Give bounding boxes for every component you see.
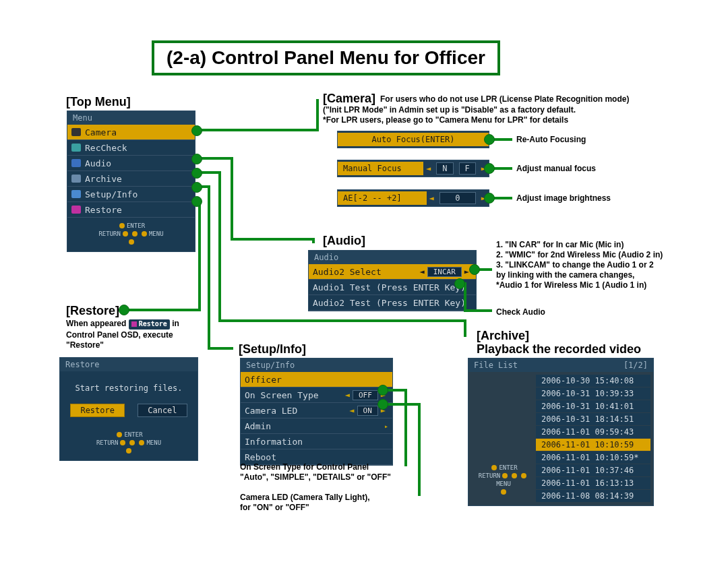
nav-hint: ENTER RETURNMENU: [67, 218, 195, 251]
audio-panel: Audio Audio2 Select◄ INCAR► Audio1 Test …: [308, 250, 477, 311]
audio-header: Audio: [309, 251, 476, 264]
restore-panel: Restore Start restoring files. Restore C…: [59, 357, 198, 461]
audio-note-3: 3. "LINKCAM" to change the Audio 1 or 2: [496, 260, 654, 270]
setup-note-4: for "ON" or "OFF": [240, 503, 309, 513]
archive-subtitle: Playback the recorded video: [477, 342, 641, 356]
file-row[interactable]: 2006-10-31 10:41:01: [536, 400, 650, 412]
archive-header: File List[1/2]: [468, 358, 653, 372]
menu-item-archive[interactable]: Archive: [67, 171, 195, 187]
setup-item-camera-led[interactable]: Camera LED◄ON►: [241, 403, 392, 418]
audio-check-label: Check Audio: [496, 307, 545, 317]
restore-tag: Restore: [129, 319, 170, 330]
audio-note-1: 1. "IN CAR" for In car Mic (Mic in): [496, 240, 624, 250]
page-title: (2-a) Control Panel Menu for Officer: [152, 40, 500, 75]
audio-test-2[interactable]: Audio2 Test (Press ENTER Key): [309, 295, 476, 311]
file-row[interactable]: 2006-11-08 08:14:39: [536, 490, 650, 502]
menu-item-audio[interactable]: Audio: [67, 156, 195, 171]
section-label-top-menu: [Top Menu]: [66, 95, 131, 109]
audio-test-1[interactable]: Audio1 Test (Press ENTER Key): [309, 280, 476, 295]
audio-note-2: 2. "WMIC" for 2nd Wireless Mic (Audio 2 …: [496, 250, 663, 260]
setup-item-admin[interactable]: Admin▸: [241, 418, 392, 434]
camera-auto-focus[interactable]: Auto Focus(ENTER): [337, 131, 489, 148]
file-row[interactable]: 2006-11-01 10:37:46: [536, 464, 650, 476]
setup-panel: Setup/Info Officer On Screen Type◄OFF► C…: [240, 358, 393, 466]
file-row[interactable]: 2006-10-31 10:39:33: [536, 387, 650, 400]
section-label-setup: [Setup/Info]: [239, 342, 306, 356]
top-menu-panel: Menu Camera RecCheck Audio Archive Setup…: [67, 111, 195, 252]
camera-note-3: *For LPR users, please go to "Camera Men…: [323, 115, 700, 125]
section-label-restore: [Restore]: [66, 304, 119, 318]
file-row-selected[interactable]: 2006-11-01 10:10:59: [536, 439, 650, 451]
file-row[interactable]: 2006-10-30 15:40:08: [536, 375, 650, 387]
camera-note-2: ("Init LPR Mode" in Admin set up is "Dis…: [323, 105, 700, 115]
restore-message: Start restoring files.: [60, 383, 198, 393]
camera-anno-1: Re-Auto Focusing: [516, 135, 586, 145]
nav-hint-restore: ENTER RETURNMENU: [60, 427, 198, 460]
file-row[interactable]: 2006-11-01 16:13:13: [536, 477, 650, 489]
file-row[interactable]: 2006-10-31 18:14:51: [536, 413, 650, 425]
section-label-camera: [Camera]: [323, 92, 375, 106]
cancel-button[interactable]: Cancel: [138, 404, 187, 417]
camera-manual-focus[interactable]: Manual Focus ◄N F►: [337, 160, 489, 177]
menu-item-camera[interactable]: Camera: [67, 125, 195, 140]
file-row[interactable]: 2006-11-01 10:10:59*: [536, 451, 650, 464]
setup-header: Setup/Info: [241, 358, 392, 372]
setup-note-3: Camera LED (Camera Tally Light),: [240, 493, 370, 503]
restore-button[interactable]: Restore: [70, 404, 125, 417]
nav-hint-archive: ENTER RETURNMENU: [473, 460, 535, 501]
setup-note-1: On Screen Type for Control Panel: [240, 462, 369, 472]
setup-item-officer[interactable]: Officer: [241, 372, 392, 387]
menu-item-restore[interactable]: Restore: [67, 202, 195, 218]
section-label-audio: [Audio]: [323, 234, 365, 248]
archive-panel: File List[1/2] 2006-10-30 15:40:08 2006-…: [468, 358, 654, 506]
menu-item-reccheck[interactable]: RecCheck: [67, 140, 195, 156]
section-label-archive: [Archive]: [477, 329, 529, 343]
camera-anno-3: Adjust image brightness: [516, 193, 611, 204]
file-row[interactable]: 2006-11-01 09:59:43: [536, 426, 650, 438]
setup-item-screen-type[interactable]: On Screen Type◄OFF►: [241, 387, 392, 403]
menu-item-setup[interactable]: Setup/Info: [67, 187, 195, 202]
restore-note-2: Control Panel OSD, execute: [66, 330, 173, 340]
restore-note-3: "Restore": [66, 340, 104, 350]
setup-item-information[interactable]: Information: [241, 434, 392, 449]
camera-anno-2: Adjust manual focus: [516, 164, 596, 174]
camera-ae[interactable]: AE[-2 -- +2] ◄0►: [337, 189, 489, 207]
camera-note-1: For users who do not use LPR (License Pl…: [380, 94, 704, 104]
audio-note-4: by linking with the camera changes,: [496, 270, 634, 280]
audio-note-5: *Audio 1 for Wireless Mic 1 (Audio 1 in): [496, 280, 646, 290]
restore-note-1: When appeared Restore in: [66, 319, 179, 330]
menu-header: Menu: [67, 111, 195, 125]
setup-note-2: "Auto", "SIMPLE", "DETAILS" or "OFF": [240, 472, 391, 482]
restore-header: Restore: [60, 358, 198, 371]
audio-select-row[interactable]: Audio2 Select◄ INCAR►: [309, 264, 476, 280]
